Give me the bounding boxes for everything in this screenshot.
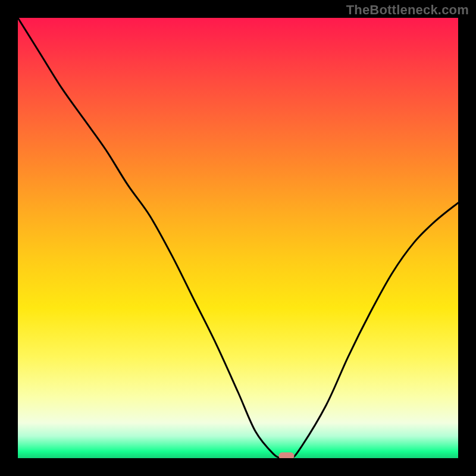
curve-svg [18,18,458,458]
plot-area [18,18,458,458]
chart-frame: TheBottleneck.com [0,0,476,476]
bottleneck-curve [18,18,458,458]
optimal-marker [278,452,294,458]
watermark-text: TheBottleneck.com [346,2,469,18]
